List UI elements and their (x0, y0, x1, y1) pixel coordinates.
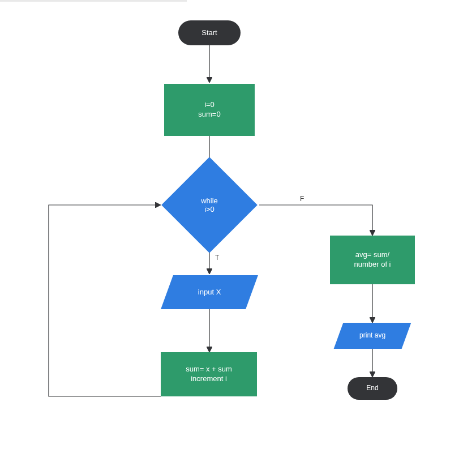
input-shape: input X (161, 275, 258, 309)
avg-process: avg= sum/ number of i (330, 236, 415, 284)
decorative-strip (0, 0, 187, 2)
input-io: input X (167, 275, 252, 309)
init-text: i=0 sum=0 (198, 100, 220, 119)
end-label: End (366, 384, 378, 393)
init-process: i=0 sum=0 (164, 84, 255, 136)
print-shape: print avg (334, 323, 411, 349)
avg-text: avg= sum/ number of i (354, 250, 391, 270)
sum-text: sum= x + sum increment i (186, 365, 232, 384)
edge-false-label: F (300, 195, 304, 203)
sum-process: sum= x + sum increment i (161, 352, 257, 396)
print-io: print avg (338, 323, 406, 349)
start-label: Start (201, 28, 217, 38)
end-terminator: End (348, 377, 397, 400)
input-label: input X (198, 288, 221, 297)
decision-label: while i>0 (175, 171, 243, 239)
start-terminator: Start (178, 20, 241, 45)
while-decision: while i>0 (175, 171, 243, 239)
edge-true-label: T (215, 254, 219, 262)
print-label: print avg (359, 331, 385, 340)
flowchart-canvas: Start i=0 sum=0 while i>0 T F input X su… (0, 0, 476, 470)
